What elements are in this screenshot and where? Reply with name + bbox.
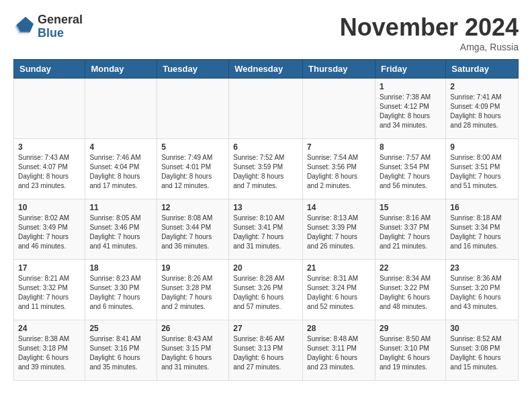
- calendar-cell: 8Sunrise: 7:57 AM Sunset: 3:54 PM Daylig…: [375, 139, 445, 199]
- day-number: 30: [450, 324, 514, 333]
- day-info: Sunrise: 8:46 AM Sunset: 3:13 PM Dayligh…: [233, 334, 298, 372]
- day-number: 19: [161, 263, 224, 273]
- day-number: 7: [307, 142, 371, 152]
- day-number: 17: [18, 263, 81, 273]
- day-number: 18: [89, 263, 152, 273]
- page-header: General Blue November 2024 Amga, Russia: [13, 13, 519, 52]
- weekday-header: Tuesday: [157, 60, 229, 79]
- day-number: 15: [380, 203, 441, 212]
- day-number: 1: [380, 82, 441, 91]
- calendar-cell: 4Sunrise: 7:46 AM Sunset: 4:04 PM Daylig…: [85, 139, 157, 199]
- weekday-header: Thursday: [303, 60, 375, 79]
- day-number: 24: [18, 324, 81, 333]
- calendar-cell: 11Sunrise: 8:05 AM Sunset: 3:46 PM Dayli…: [85, 199, 157, 260]
- day-number: 25: [89, 324, 152, 333]
- weekday-header: Monday: [85, 60, 157, 79]
- logo: General Blue: [13, 13, 83, 40]
- day-number: 3: [18, 142, 81, 152]
- calendar-cell: [14, 79, 85, 139]
- day-number: 29: [380, 324, 441, 333]
- day-number: 20: [233, 263, 298, 273]
- day-info: Sunrise: 8:34 AM Sunset: 3:22 PM Dayligh…: [380, 274, 441, 312]
- calendar-cell: 16Sunrise: 8:18 AM Sunset: 3:34 PM Dayli…: [446, 199, 519, 260]
- calendar-cell: [157, 79, 229, 139]
- day-info: Sunrise: 8:52 AM Sunset: 3:08 PM Dayligh…: [450, 334, 514, 372]
- calendar-cell: 13Sunrise: 8:10 AM Sunset: 3:41 PM Dayli…: [229, 199, 303, 260]
- day-info: Sunrise: 7:38 AM Sunset: 4:12 PM Dayligh…: [380, 93, 441, 130]
- weekday-header: Sunday: [14, 60, 85, 79]
- calendar-cell: 7Sunrise: 7:54 AM Sunset: 3:56 PM Daylig…: [303, 139, 375, 199]
- day-info: Sunrise: 8:00 AM Sunset: 3:51 PM Dayligh…: [450, 153, 514, 191]
- day-info: Sunrise: 8:05 AM Sunset: 3:46 PM Dayligh…: [89, 214, 152, 251]
- day-number: 16: [450, 203, 514, 212]
- day-info: Sunrise: 8:50 AM Sunset: 3:10 PM Dayligh…: [380, 334, 441, 372]
- day-info: Sunrise: 8:38 AM Sunset: 3:18 PM Dayligh…: [18, 334, 81, 372]
- calendar-cell: 15Sunrise: 8:16 AM Sunset: 3:37 PM Dayli…: [375, 199, 445, 260]
- day-info: Sunrise: 8:21 AM Sunset: 3:32 PM Dayligh…: [18, 274, 81, 312]
- calendar-week-row: 3Sunrise: 7:43 AM Sunset: 4:07 PM Daylig…: [14, 139, 519, 199]
- day-number: 13: [233, 203, 298, 212]
- calendar-cell: 1Sunrise: 7:38 AM Sunset: 4:12 PM Daylig…: [375, 79, 445, 139]
- day-number: 9: [450, 142, 514, 152]
- day-number: 22: [380, 263, 441, 273]
- day-info: Sunrise: 8:18 AM Sunset: 3:34 PM Dayligh…: [450, 214, 514, 251]
- title-area: November 2024 Amga, Russia: [340, 13, 519, 52]
- calendar-cell: 5Sunrise: 7:49 AM Sunset: 4:01 PM Daylig…: [157, 139, 229, 199]
- calendar-cell: 10Sunrise: 8:02 AM Sunset: 3:49 PM Dayli…: [14, 199, 85, 260]
- day-number: 14: [307, 203, 371, 212]
- calendar-cell: 29Sunrise: 8:50 AM Sunset: 3:10 PM Dayli…: [375, 320, 445, 381]
- weekday-header: Friday: [375, 60, 445, 79]
- day-number: 6: [233, 142, 298, 152]
- day-info: Sunrise: 8:28 AM Sunset: 3:26 PM Dayligh…: [233, 274, 298, 312]
- day-info: Sunrise: 8:02 AM Sunset: 3:49 PM Dayligh…: [18, 214, 81, 251]
- day-info: Sunrise: 7:57 AM Sunset: 3:54 PM Dayligh…: [380, 153, 441, 191]
- calendar-table: SundayMondayTuesdayWednesdayThursdayFrid…: [13, 59, 519, 381]
- calendar-cell: 28Sunrise: 8:48 AM Sunset: 3:11 PM Dayli…: [303, 320, 375, 381]
- day-info: Sunrise: 8:26 AM Sunset: 3:28 PM Dayligh…: [161, 274, 224, 312]
- calendar-cell: [229, 79, 303, 139]
- day-info: Sunrise: 8:48 AM Sunset: 3:11 PM Dayligh…: [307, 334, 371, 372]
- day-number: 12: [161, 203, 224, 212]
- day-info: Sunrise: 8:41 AM Sunset: 3:16 PM Dayligh…: [89, 334, 152, 372]
- day-number: 21: [307, 263, 371, 273]
- day-info: Sunrise: 8:13 AM Sunset: 3:39 PM Dayligh…: [307, 214, 371, 251]
- calendar-cell: 26Sunrise: 8:43 AM Sunset: 3:15 PM Dayli…: [157, 320, 229, 381]
- calendar-week-row: 1Sunrise: 7:38 AM Sunset: 4:12 PM Daylig…: [14, 79, 519, 139]
- day-info: Sunrise: 8:36 AM Sunset: 3:20 PM Dayligh…: [450, 274, 514, 312]
- calendar-week-row: 24Sunrise: 8:38 AM Sunset: 3:18 PM Dayli…: [14, 320, 519, 381]
- calendar-cell: 24Sunrise: 8:38 AM Sunset: 3:18 PM Dayli…: [14, 320, 85, 381]
- logo-icon: [13, 17, 34, 37]
- calendar-cell: 2Sunrise: 7:41 AM Sunset: 4:09 PM Daylig…: [446, 79, 519, 139]
- calendar-week-row: 17Sunrise: 8:21 AM Sunset: 3:32 PM Dayli…: [14, 260, 519, 320]
- calendar-cell: 17Sunrise: 8:21 AM Sunset: 3:32 PM Dayli…: [14, 260, 85, 320]
- day-info: Sunrise: 8:43 AM Sunset: 3:15 PM Dayligh…: [161, 334, 224, 372]
- day-number: 11: [89, 203, 152, 212]
- day-number: 5: [161, 142, 224, 152]
- calendar-cell: 23Sunrise: 8:36 AM Sunset: 3:20 PM Dayli…: [446, 260, 519, 320]
- weekday-header: Wednesday: [229, 60, 303, 79]
- calendar-cell: 14Sunrise: 8:13 AM Sunset: 3:39 PM Dayli…: [303, 199, 375, 260]
- calendar-cell: 30Sunrise: 8:52 AM Sunset: 3:08 PM Dayli…: [446, 320, 519, 381]
- day-info: Sunrise: 7:41 AM Sunset: 4:09 PM Dayligh…: [450, 93, 514, 130]
- day-info: Sunrise: 7:46 AM Sunset: 4:04 PM Dayligh…: [89, 153, 152, 191]
- header-row: SundayMondayTuesdayWednesdayThursdayFrid…: [14, 60, 519, 79]
- day-number: 10: [18, 203, 81, 212]
- day-info: Sunrise: 8:23 AM Sunset: 3:30 PM Dayligh…: [89, 274, 152, 312]
- day-info: Sunrise: 7:52 AM Sunset: 3:59 PM Dayligh…: [233, 153, 298, 191]
- logo-general-text: General: [38, 13, 83, 27]
- calendar-cell: [85, 79, 157, 139]
- weekday-header: Saturday: [446, 60, 519, 79]
- calendar-week-row: 10Sunrise: 8:02 AM Sunset: 3:49 PM Dayli…: [14, 199, 519, 260]
- calendar-body: 1Sunrise: 7:38 AM Sunset: 4:12 PM Daylig…: [14, 79, 519, 381]
- calendar-cell: 22Sunrise: 8:34 AM Sunset: 3:22 PM Dayli…: [375, 260, 445, 320]
- day-info: Sunrise: 7:54 AM Sunset: 3:56 PM Dayligh…: [307, 153, 371, 191]
- day-info: Sunrise: 8:31 AM Sunset: 3:24 PM Dayligh…: [307, 274, 371, 312]
- day-info: Sunrise: 7:43 AM Sunset: 4:07 PM Dayligh…: [18, 153, 81, 191]
- day-info: Sunrise: 8:08 AM Sunset: 3:44 PM Dayligh…: [161, 214, 224, 251]
- day-info: Sunrise: 8:16 AM Sunset: 3:37 PM Dayligh…: [380, 214, 441, 251]
- month-title: November 2024: [340, 13, 519, 42]
- logo-text: General Blue: [38, 13, 83, 40]
- day-number: 26: [161, 324, 224, 333]
- calendar-header: SundayMondayTuesdayWednesdayThursdayFrid…: [14, 60, 519, 79]
- calendar-cell: 18Sunrise: 8:23 AM Sunset: 3:30 PM Dayli…: [85, 260, 157, 320]
